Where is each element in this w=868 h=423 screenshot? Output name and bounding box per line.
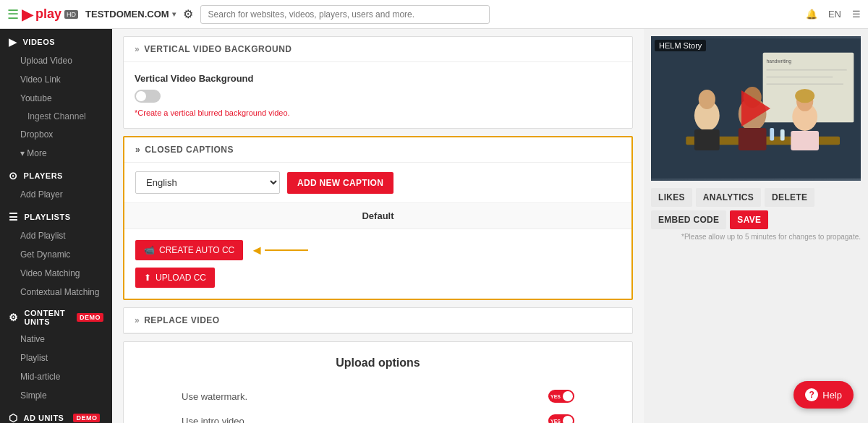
replace-video-title: REPLACE VIDEO [144, 315, 220, 325]
ad-units-icon: ⬡ [9, 412, 18, 423]
upload-cc-button[interactable]: ⬆ UPLOAD CC [135, 268, 215, 288]
action-buttons: LIKES ANALYTICS DELETE EMBED CODE SAVE [651, 188, 861, 229]
vertical-video-title: VERTICAL VIDEO BACKGROUND [144, 44, 292, 54]
content-units-demo-badge: DEMO [77, 313, 103, 322]
analytics-button[interactable]: ANALYTICS [696, 188, 761, 207]
cc-arrows-icon: » [135, 145, 140, 155]
sidebar-item-playlist[interactable]: Playlist [0, 349, 112, 367]
upload-option-watermark: Use watermark. [138, 384, 618, 409]
right-panel: handwriting [644, 29, 868, 423]
closed-captions-header[interactable]: » CLOSED CAPTIONS [124, 137, 631, 163]
vertical-video-content: Vertical Video Background *Create a vert… [124, 62, 632, 128]
main-content: » VERTICAL VIDEO BACKGROUND Vertical Vid… [112, 29, 644, 423]
search-input[interactable] [200, 5, 490, 24]
language-selector[interactable]: EN [828, 9, 841, 20]
language-select[interactable]: English French Spanish German [135, 171, 280, 194]
create-auto-cc-label: CREATE AUTO CC [159, 245, 234, 255]
video-label: HELM Story [655, 40, 706, 51]
delete-button[interactable]: DELETE [765, 188, 814, 207]
sidebar-item-simple[interactable]: Simple [0, 386, 112, 405]
section-arrows-icon: » [135, 44, 140, 54]
hamburger-icon[interactable]: ☰ [7, 7, 19, 22]
svg-point-16 [795, 89, 814, 103]
intro-toggle[interactable] [548, 414, 574, 423]
sidebar-item-video-link[interactable]: Video Link [0, 70, 112, 89]
video-preview: handwriting [651, 36, 861, 181]
layout: ▶ VIDEOS Upload Video Video Link Youtube… [0, 29, 868, 423]
help-icon: ? [805, 388, 818, 401]
search-bar [200, 5, 490, 24]
sidebar-section-videos[interactable]: ▶ VIDEOS [0, 29, 112, 51]
arrow-head-icon: ◄ [250, 243, 263, 258]
cc-controls: English French Spanish German ADD NEW CA… [124, 163, 631, 203]
replace-video-section: » REPLACE VIDEO [123, 307, 633, 334]
sidebar-content-units-label: CONTENT UNITS [25, 309, 68, 326]
play-button-icon[interactable] [741, 90, 770, 127]
likes-button[interactable]: LIKES [651, 188, 692, 207]
topbar: ☰ ▶ play HD TESTDOMEN.COM ▾ ⚙ 🔔 EN ☰ [0, 0, 868, 29]
sidebar-section-ad-units[interactable]: ⬡ AD UNITS DEMO [0, 405, 112, 423]
replace-arrows-icon: » [135, 315, 140, 325]
sidebar-item-more[interactable]: ▾ More [0, 144, 112, 163]
logo[interactable]: ☰ ▶ play HD [7, 6, 78, 23]
bell-icon[interactable]: 🔔 [806, 9, 817, 20]
vertical-video-header[interactable]: » VERTICAL VIDEO BACKGROUND [124, 37, 632, 62]
svg-point-8 [699, 90, 715, 109]
closed-captions-title: CLOSED CAPTIONS [145, 145, 234, 155]
upload-options-section: Upload options Use watermark. Use intro … [123, 341, 633, 423]
add-caption-button[interactable]: ADD NEW CAPTION [287, 172, 393, 194]
upload-options-title: Upload options [138, 356, 618, 369]
svg-rect-12 [739, 128, 767, 150]
sidebar-item-dropbox[interactable]: Dropbox [0, 125, 112, 144]
watermark-toggle[interactable] [548, 390, 574, 403]
svg-rect-17 [770, 128, 774, 140]
propagate-hint: *Please allow up to 5 minutes for change… [651, 233, 861, 241]
sidebar-item-get-dynamic[interactable]: Get Dynamic [0, 245, 112, 264]
arrow-indicator: ◄ [250, 243, 308, 258]
sidebar-item-video-matching[interactable]: Video Matching [0, 264, 112, 283]
cc-default-label: Default [124, 203, 631, 229]
players-icon: ⊙ [9, 170, 18, 181]
domain-text: TESTDOMEN.COM [85, 9, 169, 20]
sidebar-item-mid-article[interactable]: Mid-article [0, 367, 112, 386]
vertical-video-section: » VERTICAL VIDEO BACKGROUND Vertical Vid… [123, 36, 633, 129]
topbar-icons: 🔔 EN ☰ [806, 9, 861, 20]
help-button[interactable]: ? Help [793, 381, 854, 409]
sidebar-section-playlists[interactable]: ☰ PLAYLISTS [0, 204, 112, 226]
menu-icon[interactable]: ☰ [852, 9, 861, 20]
replace-video-header[interactable]: » REPLACE VIDEO [124, 308, 632, 333]
videos-icon: ▶ [9, 36, 17, 48]
svg-rect-18 [780, 129, 785, 140]
create-auto-cc-button[interactable]: 📹 CREATE AUTO CC [135, 240, 243, 260]
sidebar-item-native[interactable]: Native [0, 330, 112, 349]
embed-code-button[interactable]: EMBED CODE [651, 210, 726, 229]
gear-icon[interactable]: ⚙ [183, 7, 193, 21]
domain-arrow-icon: ▾ [172, 10, 176, 18]
sidebar-item-add-player[interactable]: Add Player [0, 185, 112, 204]
video-scene: handwriting [651, 36, 861, 181]
sidebar-playlists-label: PLAYLISTS [25, 213, 71, 221]
sidebar-section-players[interactable]: ⊙ PLAYERS [0, 163, 112, 185]
watermark-label: Use watermark. [182, 391, 247, 402]
sidebar-item-contextual-matching[interactable]: Contextual Matching [0, 283, 112, 302]
sidebar-item-add-playlist[interactable]: Add Playlist [0, 226, 112, 245]
domain-selector[interactable]: TESTDOMEN.COM ▾ [85, 9, 176, 20]
playlists-icon: ☰ [9, 211, 19, 223]
create-cc-icon: 📹 [144, 245, 155, 255]
upload-option-intro: Use intro video. [138, 409, 618, 423]
closed-captions-section: » CLOSED CAPTIONS English French Spanish… [123, 136, 633, 300]
sidebar-section-content-units[interactable]: ⚙ CONTENT UNITS DEMO [0, 302, 112, 330]
svg-rect-9 [694, 129, 720, 150]
sidebar-item-upload-video[interactable]: Upload Video [0, 51, 112, 70]
vvb-label: Vertical Video Background [135, 73, 621, 84]
upload-cc-label: UPLOAD CC [156, 273, 206, 283]
sidebar-ad-units-label: AD UNITS [24, 414, 64, 422]
sidebar-item-ingest-channel[interactable]: Ingest Channel [0, 108, 112, 125]
svg-rect-15 [791, 131, 819, 150]
cc-actions: 📹 CREATE AUTO CC ◄ ⬆ UPLOAD CC [124, 229, 631, 299]
sidebar-item-youtube[interactable]: Youtube [0, 89, 112, 108]
save-button[interactable]: SAVE [730, 210, 768, 229]
svg-text:handwriting: handwriting [767, 59, 792, 64]
vvb-hint: *Create a vertical blurred background vi… [135, 108, 621, 117]
vvb-toggle[interactable] [135, 90, 161, 103]
